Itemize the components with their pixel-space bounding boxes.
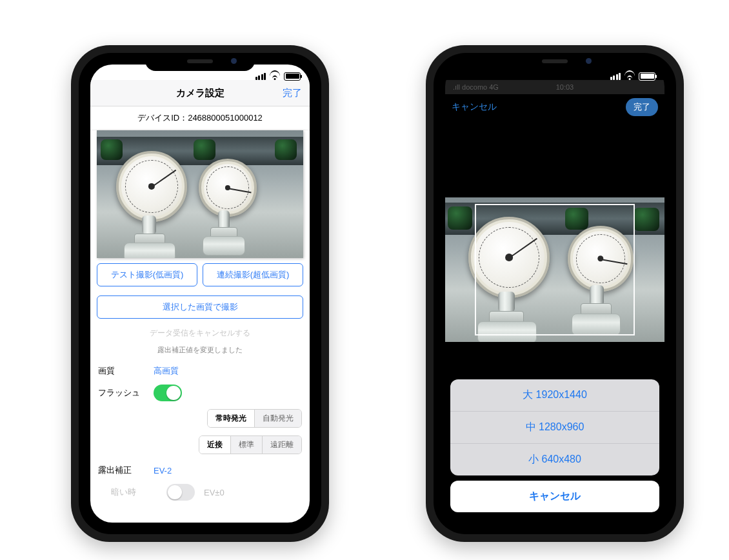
battery-icon bbox=[639, 72, 655, 81]
burst-shot-button[interactable]: 連続撮影(超低画質) bbox=[203, 263, 303, 286]
nav-bar: カメラ設定 完了 bbox=[90, 80, 310, 106]
gauge-large bbox=[116, 151, 187, 222]
sheet-cancel-button[interactable]: キャンセル bbox=[450, 481, 659, 512]
dark-value: EV±0 bbox=[204, 488, 225, 497]
cancel-button[interactable]: キャンセル bbox=[452, 101, 497, 113]
dim-carrier: .ıll docomo 4G bbox=[453, 83, 499, 91]
focus-near[interactable]: 近接 bbox=[199, 436, 230, 454]
flash-label: フラッシュ bbox=[98, 387, 154, 399]
phone-right: .ıll docomo 4G 10:03 キャンセル 完了 bbox=[426, 45, 684, 542]
flash-toggle[interactable] bbox=[154, 385, 182, 401]
preview-image bbox=[97, 130, 303, 258]
quality-value[interactable]: 高画質 bbox=[154, 365, 179, 377]
device-id-row: デバイスID：2468800051000012 bbox=[90, 106, 310, 130]
cancel-receive-text: データ受信をキャンセルする bbox=[90, 328, 310, 339]
focus-far[interactable]: 遠距離 bbox=[262, 436, 301, 454]
nav-bar: キャンセル 完了 bbox=[445, 94, 664, 120]
notch bbox=[500, 53, 610, 71]
phone-left: カメラ設定 完了 デバイスID：2468800051000012 bbox=[71, 45, 329, 542]
focus-segment[interactable]: 近接 標準 遠距離 bbox=[199, 435, 302, 454]
wifi-icon bbox=[624, 72, 635, 80]
notch bbox=[145, 53, 255, 71]
size-option-large[interactable]: 大 1920x1440 bbox=[450, 379, 659, 412]
size-option-small[interactable]: 小 640x480 bbox=[450, 444, 659, 475]
page-title: カメラ設定 bbox=[176, 87, 225, 99]
battery-icon bbox=[284, 72, 301, 81]
quality-label: 画質 bbox=[98, 365, 154, 377]
preview-image[interactable] bbox=[445, 197, 664, 342]
device-id-value: 2468800051000012 bbox=[188, 113, 263, 123]
flash-mode-always[interactable]: 常時発光 bbox=[208, 410, 254, 427]
crop-rectangle[interactable] bbox=[475, 204, 635, 335]
test-shot-button[interactable]: テスト撮影(低画質) bbox=[97, 263, 197, 286]
wifi-icon bbox=[270, 72, 280, 80]
done-button[interactable]: 完了 bbox=[626, 98, 658, 116]
status-bar bbox=[255, 68, 301, 84]
status-bar bbox=[610, 68, 656, 84]
action-sheet: 大 1920x1440 中 1280x960 小 640x480 キャンセル bbox=[450, 379, 659, 512]
exposure-changed-text: 露出補正値を変更しました bbox=[90, 345, 310, 355]
size-option-medium[interactable]: 中 1280x960 bbox=[450, 412, 659, 444]
dark-toggle[interactable] bbox=[166, 484, 195, 501]
flash-mode-auto[interactable]: 自動発光 bbox=[254, 410, 301, 427]
exposure-value[interactable]: EV-2 bbox=[154, 466, 172, 475]
shoot-selected-button[interactable]: 選択した画質で撮影 bbox=[97, 295, 303, 319]
dim-time: 10:03 bbox=[556, 83, 574, 91]
signal-icon bbox=[610, 73, 621, 80]
device-id-label: デバイスID： bbox=[137, 113, 188, 123]
focus-standard[interactable]: 標準 bbox=[230, 436, 262, 454]
gauge-small bbox=[199, 159, 257, 217]
flash-mode-segment[interactable]: 常時発光 自動発光 bbox=[207, 409, 302, 428]
done-button[interactable]: 完了 bbox=[283, 87, 302, 99]
signal-icon bbox=[255, 73, 266, 80]
dark-label: 暗い時 bbox=[98, 486, 166, 498]
exposure-label: 露出補正 bbox=[98, 465, 154, 476]
